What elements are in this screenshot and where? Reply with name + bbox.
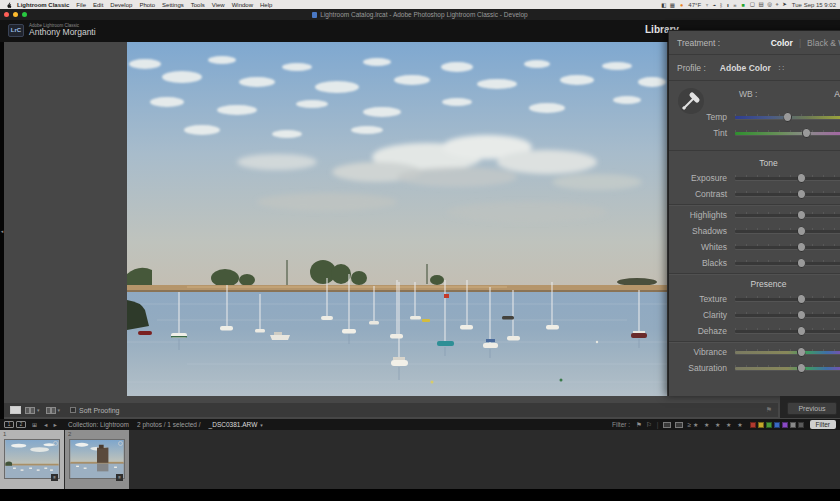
saturation-slider[interactable]	[735, 360, 840, 376]
shadows-slider[interactable]	[735, 223, 840, 239]
thumb2-image[interactable]	[69, 439, 125, 479]
color-label-green[interactable]	[766, 422, 772, 428]
menu-view[interactable]: View	[212, 2, 225, 8]
status-icons-right[interactable]: ▢ ▤ ◎ ⌖ ➤	[750, 1, 788, 8]
back-arrow-icon[interactable]: ◄	[43, 422, 48, 428]
menu-lightroom-classic[interactable]: Lightroom Classic	[17, 2, 69, 8]
bottom-black-strip	[0, 489, 840, 501]
menu-window[interactable]: Window	[232, 2, 253, 8]
menu-settings[interactable]: Settings	[162, 2, 184, 8]
collapse-triangle-icon: ◂	[1, 228, 4, 234]
previous-button[interactable]: Previous	[787, 402, 837, 415]
status-icons-left[interactable]: ◧ ▦	[661, 2, 676, 8]
flag-unflagged-icon[interactable]: ⚐	[646, 421, 652, 429]
thumb-badge-circle-icon[interactable]	[118, 441, 123, 446]
filter-toggle-button[interactable]: Filter	[810, 420, 836, 429]
menu-tools[interactable]: Tools	[191, 2, 205, 8]
wb-value[interactable]: As Shot	[834, 89, 840, 99]
contrast-label: Contrast	[669, 189, 735, 199]
chevron-down-icon[interactable]: ▾	[58, 407, 61, 413]
menu-file[interactable]: File	[76, 2, 86, 8]
treatment-bw-option[interactable]: Black & White	[807, 38, 840, 48]
color-label-blue[interactable]	[774, 422, 780, 428]
whites-label: Whites	[669, 242, 735, 252]
before-after-tb-icon[interactable]	[46, 407, 56, 414]
rating-ge-icon[interactable]: ≥	[687, 421, 691, 428]
color-label-red[interactable]	[750, 422, 756, 428]
filmstrip-filename[interactable]: _DSC0381.ARW	[209, 421, 258, 428]
thumb-edited-badge-icon[interactable]: ≡	[51, 474, 58, 481]
flag-pick-icon[interactable]: ⚑	[636, 421, 642, 429]
chevron-down-icon[interactable]: ▾	[260, 422, 263, 428]
filmstrip-thumbnails: 1 ≡ 2	[0, 430, 840, 489]
clarity-slider[interactable]	[735, 307, 840, 323]
temp-slider-row: Temp	[669, 109, 840, 125]
texture-slider[interactable]	[735, 291, 840, 307]
filmstrip-source[interactable]: Collection: Lightroom	[68, 421, 129, 428]
treatment-color-option[interactable]: Color	[771, 38, 793, 48]
temp-slider[interactable]	[735, 109, 840, 125]
develop-toolbar: ▾ ▾ Soft Proofing ⚑	[4, 403, 778, 417]
left-panel-collapse-strip[interactable]: ◂	[0, 42, 4, 419]
window-titlebar: Lightroom Catalog.lrcat - Adobe Photosho…	[0, 9, 840, 20]
contrast-slider[interactable]	[735, 186, 840, 202]
dehaze-slider-row: Dehaze	[669, 323, 840, 339]
tint-slider-row: Tint	[669, 125, 840, 141]
thumb-badge-circle-icon[interactable]	[53, 441, 58, 446]
status-icons-mid[interactable]: ♆ ☁ ᛒ ⬆ ◉	[705, 2, 737, 8]
color-label-purple[interactable]	[782, 422, 788, 428]
clarity-label: Clarity	[669, 310, 735, 320]
color-label-yellow[interactable]	[758, 422, 764, 428]
color-label-none[interactable]	[798, 422, 804, 428]
wb-row: WB : As Shot	[739, 89, 840, 99]
grid-view-icon[interactable]: ⊞	[32, 421, 37, 428]
forward-arrow-icon[interactable]: ►	[52, 422, 57, 428]
menubar-clock[interactable]: Tue Sep 15 9:02	[792, 2, 836, 8]
filmstrip-count: 2 photos / 1 selected /	[137, 421, 201, 428]
thumb-edited-badge-icon[interactable]: ≡	[116, 474, 123, 481]
temperature-reading[interactable]: 47°F	[688, 2, 701, 8]
exposure-slider[interactable]	[735, 170, 840, 186]
thumbnail-2[interactable]: 2 ≡	[65, 430, 129, 489]
profile-browser-icon[interactable]: ∷	[779, 63, 784, 73]
whites-slider-row: Whites	[669, 239, 840, 255]
second-window-icon[interactable]: 2	[16, 421, 26, 428]
presence-header[interactable]: Presence	[669, 276, 840, 291]
blacks-slider[interactable]	[735, 255, 840, 271]
highlights-label: Highlights	[669, 210, 735, 220]
shadows-label: Shadows	[669, 226, 735, 236]
tint-label: Tint	[669, 128, 735, 138]
green-square-icon[interactable]: ■	[742, 2, 746, 8]
menu-photo[interactable]: Photo	[139, 2, 155, 8]
saturation-slider-row: Saturation	[669, 360, 840, 376]
thumbnail-1-selected[interactable]: 1 ≡	[0, 430, 64, 489]
lightroom-logo: LrC	[8, 24, 24, 37]
exposure-label: Exposure	[669, 173, 735, 183]
thumb-index: 2	[68, 431, 71, 437]
dehaze-slider[interactable]	[735, 323, 840, 339]
vibrance-slider[interactable]	[735, 344, 840, 360]
unedited-photos-filter-icon[interactable]	[675, 422, 683, 428]
apple-icon[interactable]	[6, 2, 12, 8]
menu-edit[interactable]: Edit	[93, 2, 103, 8]
before-after-lr-icon[interactable]	[25, 407, 35, 414]
edited-photos-filter-icon[interactable]	[663, 422, 671, 428]
flag-icon[interactable]: ⚑	[766, 406, 772, 414]
tint-slider[interactable]	[735, 125, 840, 141]
thumb1-image[interactable]	[4, 439, 60, 479]
profile-value[interactable]: Adobe Color	[720, 63, 771, 73]
menu-help[interactable]: Help	[260, 2, 272, 8]
texture-slider-row: Texture	[669, 291, 840, 307]
star-rating-filter[interactable]: ★ ★ ★ ★ ★	[693, 421, 745, 428]
clarity-slider-row: Clarity	[669, 307, 840, 323]
highlights-slider[interactable]	[735, 207, 840, 223]
panel-bottom-bar: Previous	[780, 396, 840, 418]
chevron-down-icon[interactable]: ▾	[37, 407, 40, 413]
main-window-icon[interactable]: 1	[4, 421, 14, 428]
menu-develop[interactable]: Develop	[110, 2, 132, 8]
whites-slider[interactable]	[735, 239, 840, 255]
soft-proofing-checkbox[interactable]	[70, 407, 76, 413]
loupe-view-icon[interactable]	[10, 406, 21, 414]
tone-header[interactable]: Tone	[669, 155, 840, 170]
color-label-gray[interactable]	[790, 422, 796, 428]
